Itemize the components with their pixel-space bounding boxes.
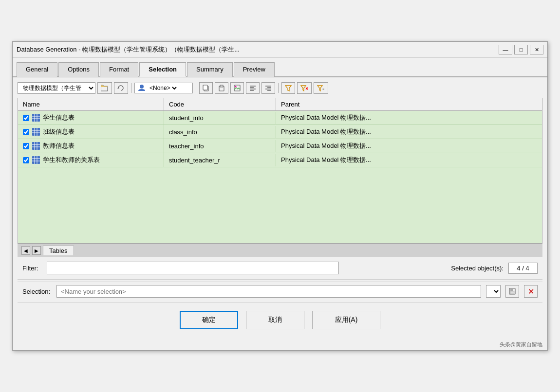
row-checkbox-2[interactable]: [23, 129, 29, 135]
cell-parent-3: Physical Data Model 物理数据...: [276, 139, 542, 153]
cell-name-3: 教师信息表: [18, 139, 164, 153]
cell-name-1: 学生信息表: [18, 111, 164, 125]
titlebar-controls: — □ ✕: [499, 45, 543, 54]
tabs-bar: General Options Format Selection Summary…: [13, 58, 547, 77]
svg-rect-4: [203, 85, 207, 90]
row-name-3: 教师信息表: [43, 142, 75, 150]
tab-format[interactable]: Format: [100, 62, 138, 77]
filter-clear-button[interactable]: [297, 82, 312, 94]
svg-rect-45: [510, 291, 514, 294]
cell-parent-2: Physical Data Model 物理数据...: [276, 125, 542, 139]
svg-rect-28: [32, 128, 40, 136]
table-row: 学生信息表 student_info Physical Data Model 物…: [18, 111, 542, 125]
row-parent-3: Physical Data Model 物理数据...: [281, 142, 371, 150]
user-icon: [138, 84, 146, 92]
table-row: 学生和教师的关系表 student_teacher_r Physical Dat…: [18, 153, 542, 167]
paste-button[interactable]: [215, 82, 228, 94]
svg-rect-23: [32, 114, 40, 122]
image-button[interactable]: [230, 82, 244, 94]
svg-text:≡: ≡: [322, 88, 324, 91]
tab-bottom-bar: ◀ ▶ Tables: [18, 244, 542, 257]
svg-point-8: [235, 86, 237, 88]
align-right-button[interactable]: [261, 82, 275, 94]
close-button[interactable]: ✕: [530, 45, 543, 54]
svg-rect-33: [32, 142, 40, 150]
tab-summary[interactable]: Summary: [187, 62, 233, 77]
row-parent-1: Physical Data Model 物理数据...: [281, 113, 371, 122]
svg-rect-38: [32, 156, 40, 164]
filter-options-button[interactable]: ≡: [314, 82, 328, 94]
filter-area: Filter: Selected object(s): 4 / 4: [18, 257, 542, 277]
svg-rect-7: [234, 85, 240, 91]
selection-dropdown[interactable]: [486, 285, 501, 298]
selection-input[interactable]: [56, 285, 481, 298]
refresh-button[interactable]: [114, 82, 128, 94]
maximize-button[interactable]: □: [514, 45, 528, 54]
tab-options[interactable]: Options: [58, 62, 99, 77]
align-left-button[interactable]: [246, 82, 260, 94]
row-parent-4: Physical Data Model 物理数据...: [281, 156, 371, 164]
cell-name-2: 班级信息表: [18, 125, 164, 139]
table-grid-icon-1: [32, 114, 40, 122]
tab-selection[interactable]: Selection: [139, 62, 186, 77]
separator-2: [196, 83, 196, 93]
col-name: Name: [18, 98, 164, 110]
filter-input[interactable]: [47, 262, 339, 274]
cell-code-2: class_info: [164, 126, 276, 138]
table-row: 教师信息表 teacher_info Physical Data Model 物…: [18, 139, 542, 153]
window-title: Database Generation - 物理数据模型（学生管理系统）（物理数…: [17, 45, 240, 54]
filter-button[interactable]: [281, 82, 295, 94]
row-parent-2: Physical Data Model 物理数据...: [281, 127, 371, 136]
user-select[interactable]: <None>: [148, 84, 178, 92]
col-parent: Parent: [276, 98, 542, 110]
row-name-4: 学生和教师的关系表: [43, 156, 100, 164]
col-code: Code: [164, 98, 276, 110]
main-window: Database Generation - 物理数据模型（学生管理系统）（物理数…: [12, 41, 548, 351]
titlebar: Database Generation - 物理数据模型（学生管理系统）（物理数…: [13, 42, 547, 58]
svg-rect-0: [101, 87, 108, 91]
scroll-left-button[interactable]: ◀: [21, 246, 30, 255]
separator-1: [131, 83, 131, 93]
svg-rect-6: [220, 85, 223, 87]
minimize-button[interactable]: —: [499, 45, 512, 54]
folder-open-button[interactable]: [97, 82, 112, 94]
selection-save-button[interactable]: [505, 285, 519, 298]
tables-tab[interactable]: Tables: [43, 246, 74, 255]
row-name-1: 学生信息表: [43, 113, 75, 122]
cell-name-4: 学生和教师的关系表: [18, 153, 164, 167]
svg-marker-1: [117, 87, 119, 89]
model-select[interactable]: 物理数据模型（学生管: [18, 82, 95, 94]
svg-marker-17: [285, 86, 291, 91]
table-grid-icon-2: [32, 128, 40, 136]
toolbar: 物理数据模型（学生管 <None>: [18, 82, 542, 94]
row-checkbox-4[interactable]: [23, 157, 29, 163]
user-dropdown[interactable]: <None>: [134, 83, 193, 93]
watermark: 头条@黄家自留地: [13, 341, 547, 350]
cancel-button[interactable]: 取消: [246, 311, 304, 329]
table-grid-icon-3: [32, 142, 40, 150]
table-header: Name Code Parent: [18, 98, 542, 111]
cell-parent-1: Physical Data Model 物理数据...: [276, 111, 542, 125]
row-name-2: 班级信息表: [43, 127, 75, 136]
divider-1: [18, 279, 542, 280]
ok-button[interactable]: 确定: [180, 311, 238, 329]
cell-parent-4: Physical Data Model 物理数据...: [276, 153, 542, 167]
tab-content: 物理数据模型（学生管 <None>: [13, 77, 547, 341]
row-checkbox-1[interactable]: [23, 115, 29, 121]
selected-objects-label: Selected object(s):: [451, 265, 504, 272]
apply-button[interactable]: 应用(A): [312, 311, 380, 329]
tab-general[interactable]: General: [17, 62, 57, 77]
selection-clear-button[interactable]: ✕: [524, 285, 538, 298]
tab-preview[interactable]: Preview: [234, 62, 275, 77]
row-code-1: student_info: [169, 114, 204, 122]
divider-2: [18, 303, 542, 303]
row-code-3: teacher_info: [169, 143, 204, 150]
row-checkbox-3[interactable]: [23, 143, 29, 149]
table-body: 学生信息表 student_info Physical Data Model 物…: [18, 111, 542, 167]
svg-point-2: [140, 85, 144, 89]
selected-objects-value: 4 / 4: [508, 263, 538, 274]
bottom-buttons: 确定 取消 应用(A): [18, 305, 542, 336]
selection-area: Selection: ✕: [18, 282, 542, 301]
copy-button[interactable]: [199, 82, 213, 94]
scroll-right-button[interactable]: ▶: [32, 246, 41, 255]
